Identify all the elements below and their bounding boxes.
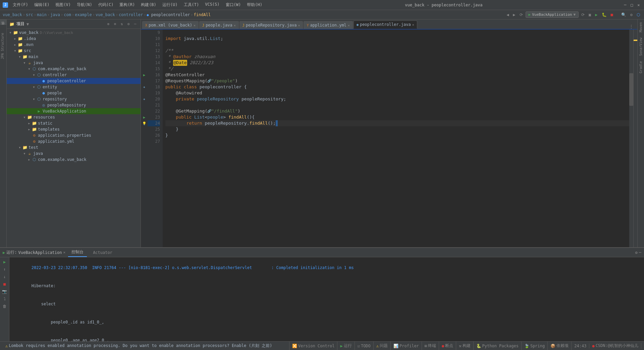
tree-item-static[interactable]: ▶ 📁 static — [7, 120, 141, 126]
locate-btn[interactable]: ⊕ — [106, 21, 111, 27]
minimize-panel-btn[interactable]: ─ — [132, 21, 138, 27]
bc-controller[interactable]: controller — [119, 12, 143, 17]
menu-help[interactable]: 帮助(H) — [244, 1, 265, 8]
bc-src[interactable]: src — [26, 12, 33, 17]
tab-ctrl-close[interactable]: ✕ — [412, 23, 414, 27]
tree-item-repository[interactable]: ▼ ⬡ repository — [7, 96, 141, 102]
bc-peoplecontroller[interactable]: ● peoplecontroller — [147, 12, 190, 17]
console-output[interactable]: 2022-03-23 22:32:07.350 INFO 21764 --- [… — [9, 257, 644, 341]
nav-recent-btn[interactable]: ⟳ — [518, 12, 524, 17]
rebuild-btn[interactable]: ⟳ — [580, 12, 586, 17]
tab-people-repo[interactable]: J peopleRepository.java ✕ — [239, 21, 303, 29]
menu-file[interactable]: 文件(F) — [10, 1, 31, 8]
editor-scrollbar[interactable] — [629, 30, 633, 247]
status-profiler[interactable]: 📊 Profiler — [391, 342, 422, 350]
run-btn[interactable]: ▶ — [594, 12, 599, 17]
tree-item-src[interactable]: ▼ 📁 src — [7, 48, 141, 54]
run-marker-16[interactable]: ▶ — [143, 73, 146, 77]
bc-main[interactable]: main — [37, 12, 47, 17]
bottom-tab-actuator[interactable]: Actuator — [90, 249, 116, 256]
tree-item-app-yml[interactable]: ⚙ application.yml — [7, 138, 141, 144]
menu-window[interactable]: 窗口(W) — [223, 1, 244, 8]
tree-item-app-props[interactable]: ⚙ application.properties — [7, 132, 141, 138]
tab-pom-close[interactable]: ✕ — [194, 24, 196, 27]
vtab-maven[interactable]: Maven — [638, 19, 643, 35]
menu-edit[interactable]: 编辑(E) — [32, 1, 52, 8]
nav-forward-btn[interactable]: ▶ — [512, 12, 517, 17]
tree-item-resources[interactable]: ▼ 📁 resources — [7, 114, 141, 120]
tree-item-test-java[interactable]: ▼ ☕ java — [7, 150, 141, 157]
tree-item-templates[interactable]: ▶ 📁 templates — [7, 126, 141, 132]
vtab-sonarview[interactable]: SonarView — [638, 35, 643, 58]
menu-view[interactable]: 视图(V) — [53, 1, 73, 8]
tree-item-peoplerepository[interactable]: ◎ peopleRepository — [7, 102, 141, 108]
status-terminal[interactable]: ⊞ 终端 — [422, 342, 439, 350]
settings-run-btn[interactable]: ⚙ — [635, 250, 638, 255]
collapse-btn[interactable]: ≡ — [112, 21, 118, 27]
run-again-btn[interactable]: ▶ — [1, 259, 8, 265]
stop-btn[interactable]: ■ — [609, 12, 614, 17]
plugin-btn[interactable]: ⬡ — [635, 12, 641, 17]
debug-btn[interactable]: 🐛 — [600, 12, 608, 17]
maximize-button[interactable]: □ — [629, 2, 635, 8]
status-warning[interactable]: ⚠ Lombok requires enabled annotation pro… — [3, 342, 289, 350]
tab-repo-close[interactable]: ✕ — [298, 24, 300, 27]
status-todo[interactable]: ☑ TODO — [355, 342, 374, 350]
vtab-structure[interactable]: JPA Structure — [0, 30, 6, 62]
tree-item-controller[interactable]: ▼ ⬡ controller — [7, 72, 141, 78]
status-position[interactable]: 24:43 — [572, 344, 589, 348]
tab-peoplecontroller[interactable]: ● peoplecontroller.java ✕ — [354, 20, 417, 29]
menu-run[interactable]: 运行(U) — [160, 1, 180, 8]
camera-btn[interactable]: 📷 — [1, 288, 8, 295]
status-problems[interactable]: ⚠ 问题 — [374, 342, 391, 350]
scroll-up-btn[interactable]: ↑ — [1, 266, 8, 273]
tree-item-test-package[interactable]: ▶ ⬡ com.example.vue_back — [7, 157, 141, 163]
tree-item-vue_back[interactable]: ▼ 📁 vue_back D:\Vue\vue_back — [7, 30, 141, 36]
vtab-project[interactable]: 项目 — [0, 19, 6, 25]
status-build[interactable]: ⚒ 构建 — [456, 342, 473, 350]
impl-marker-18[interactable]: ◈ — [143, 85, 145, 89]
tree-item-mvn[interactable]: ▶ 📁 .mvn — [7, 42, 141, 48]
status-dependencies[interactable]: 📦 依赖项 — [548, 342, 572, 350]
bc-vue_back[interactable]: vue_back — [3, 12, 22, 17]
tree-item-main[interactable]: ▼ 📁 main — [7, 54, 141, 60]
settings-btn[interactable]: ⚙ — [629, 12, 634, 17]
build-btn[interactable]: ▣ — [587, 12, 592, 17]
sort-btn[interactable]: ⇅ — [119, 21, 124, 27]
code-content[interactable]: import java.util.List; /** * @author zha… — [163, 30, 629, 247]
run-marker-23[interactable]: ▶ — [143, 115, 146, 120]
status-python-packages[interactable]: 🐍 Python Packages — [474, 342, 522, 350]
bc-com[interactable]: com — [64, 12, 71, 17]
status-breakpoints[interactable]: ● 断点 — [439, 342, 456, 350]
wrap-btn[interactable]: ⤵ — [1, 296, 8, 302]
tree-item-vuebackapp[interactable]: ▶ VueBackApplication — [7, 108, 141, 114]
bc-findall[interactable]: findAll — [194, 12, 211, 17]
tree-item-test[interactable]: ▼ 📁 test — [7, 144, 141, 150]
vtab-bookmarks[interactable]: 书签 — [0, 25, 6, 30]
settings-panel-btn[interactable]: ⚙ — [126, 21, 131, 27]
impl-marker-20[interactable]: ◈ — [143, 97, 145, 101]
status-spring[interactable]: 🍃 Spring — [522, 342, 548, 350]
vtab-gradle[interactable]: Gradle — [638, 58, 643, 76]
search-btn[interactable]: 🔍 — [620, 12, 628, 17]
nav-back-btn[interactable]: ◀ — [505, 12, 510, 17]
bottom-tab-console[interactable]: 控制台 — [68, 248, 87, 257]
tab-people[interactable]: J people.java ✕ — [199, 21, 239, 29]
menu-refactor[interactable]: 重构(R) — [117, 1, 138, 8]
menu-code[interactable]: 代码(C) — [96, 1, 116, 8]
tree-item-peoplecontroller[interactable]: ● peoplecontroller — [7, 78, 141, 84]
close-panel-btn[interactable]: ─ — [639, 250, 641, 255]
tree-item-package[interactable]: ▼ ⬡ com.example.vue_back — [7, 66, 141, 72]
tree-item-idea[interactable]: ▶ 📁 .idea — [7, 36, 141, 42]
bc-example[interactable]: example — [75, 12, 92, 17]
menu-vcs[interactable]: VCS(S) — [202, 1, 222, 8]
scroll-thumb[interactable] — [629, 73, 633, 106]
close-button[interactable]: ✕ — [636, 2, 641, 8]
run-configuration[interactable]: ▶ VueBackApplication ▼ — [526, 11, 579, 18]
more-tabs-btn[interactable]: ⋮ — [627, 24, 636, 29]
bc-java[interactable]: java — [50, 12, 60, 17]
minimize-button[interactable]: ─ — [623, 2, 628, 8]
clear-btn[interactable]: 🗑 — [1, 303, 8, 310]
warn-marker-24[interactable]: 💡 — [142, 122, 146, 125]
menu-build[interactable]: 构建(B) — [138, 1, 159, 8]
